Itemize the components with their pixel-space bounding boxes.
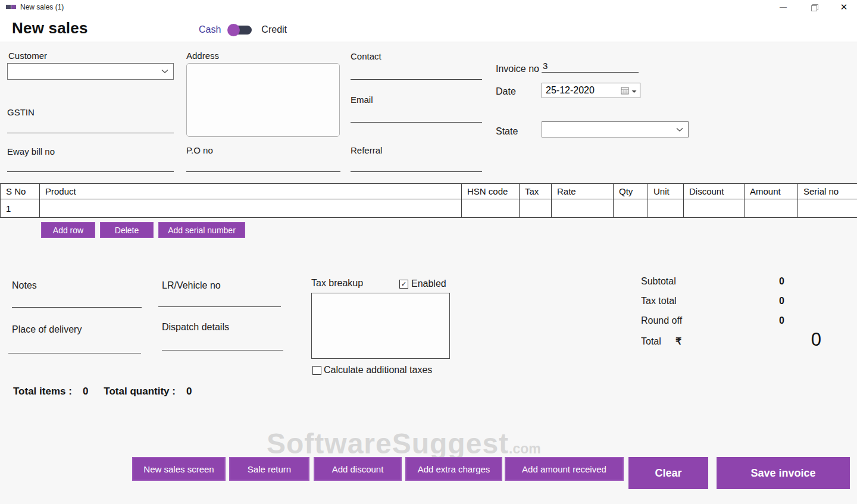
close-button[interactable]: ✕: [831, 0, 857, 14]
place-of-delivery-label: Place of delivery: [12, 324, 82, 335]
lr-vehicle-label: LR/Vehicle no: [162, 280, 221, 291]
date-picker[interactable]: 25-12-2020: [542, 83, 640, 98]
table-header-row: S No Product HSN code Tax Rate Qty Unit …: [1, 184, 857, 199]
place-of-delivery-input[interactable]: [8, 340, 141, 353]
referral-label: Referral: [351, 145, 382, 155]
calculate-additional-taxes-label: Calculate additional taxes: [324, 365, 432, 375]
add-extra-charges-button[interactable]: Add extra charges: [405, 457, 502, 481]
delete-button[interactable]: Delete: [100, 222, 154, 238]
restore-icon: [811, 4, 817, 10]
col-header-qty: Qty: [614, 184, 648, 199]
cell-product[interactable]: [40, 199, 462, 218]
date-value: 25-12-2020: [546, 85, 595, 96]
col-header-hsn: HSN code: [462, 184, 520, 199]
rupee-icon: ₹: [675, 336, 681, 347]
restore-button[interactable]: [801, 0, 827, 14]
po-no-label: P.O no: [186, 145, 213, 155]
customer-select[interactable]: [7, 63, 174, 80]
sale-return-button[interactable]: Sale return: [229, 457, 309, 481]
address-textarea[interactable]: [186, 63, 340, 137]
cell-unit[interactable]: [648, 199, 684, 218]
total-items-value: 0: [83, 386, 88, 397]
col-header-amount: Amount: [745, 184, 798, 199]
add-serial-number-button[interactable]: Add serial number: [158, 222, 245, 238]
add-amount-received-button[interactable]: Add amount received: [505, 457, 624, 481]
lr-vehicle-input[interactable]: [158, 294, 281, 307]
table-row: 1: [1, 199, 857, 218]
date-label: Date: [496, 86, 516, 97]
enabled-checkbox[interactable]: ✓: [399, 280, 408, 289]
cell-tax[interactable]: [520, 199, 552, 218]
address-label: Address: [186, 51, 219, 61]
notes-input[interactable]: [12, 295, 142, 308]
cell-hsn[interactable]: [462, 199, 520, 218]
contact-input[interactable]: [351, 67, 482, 80]
customer-label: Customer: [8, 51, 47, 61]
calculate-additional-taxes-checkbox[interactable]: [312, 366, 321, 375]
new-sales-window: New sales (1) — ✕ New sales Cash Credit …: [0, 0, 857, 504]
invoice-no-input[interactable]: [542, 60, 639, 73]
col-header-rate: Rate: [552, 184, 614, 199]
total-value: 0: [787, 329, 821, 350]
col-header-discount: Discount: [684, 184, 745, 199]
chevron-down-icon: [161, 69, 168, 74]
col-header-tax: Tax: [520, 184, 552, 199]
clear-button[interactable]: Clear: [628, 457, 708, 489]
header: New sales Cash Credit: [0, 14, 857, 42]
items-table: S No Product HSN code Tax Rate Qty Unit …: [0, 183, 857, 218]
new-sales-screen-button[interactable]: New sales screen: [132, 457, 226, 481]
gstin-input[interactable]: [7, 120, 174, 133]
email-input[interactable]: [351, 109, 482, 123]
total-quantity-value: 0: [186, 386, 192, 397]
col-header-sno: S No: [1, 184, 40, 199]
cash-credit-toggle[interactable]: [229, 26, 252, 35]
cash-label: Cash: [199, 24, 221, 35]
state-label: State: [496, 126, 518, 137]
round-off-value: 0: [758, 315, 784, 326]
add-discount-button[interactable]: Add discount: [314, 457, 402, 481]
eway-bill-input[interactable]: [7, 159, 174, 172]
calendar-icon: [621, 87, 629, 95]
tax-breakup-label: Tax breakup: [311, 278, 363, 289]
tax-total-value: 0: [758, 296, 784, 306]
subtotal-value: 0: [758, 276, 784, 287]
chevron-down-icon: [631, 85, 637, 96]
watermark-suffix: .com: [509, 441, 541, 456]
cell-qty[interactable]: [614, 199, 648, 218]
col-header-serial: Serial no: [798, 184, 857, 199]
col-header-unit: Unit: [648, 184, 684, 199]
toggle-knob-icon: [227, 24, 240, 36]
add-row-button[interactable]: Add row: [41, 222, 95, 238]
referral-input[interactable]: [351, 159, 482, 172]
window-title: New sales (1): [20, 3, 64, 11]
watermark-text: SoftwareSuggest: [267, 428, 509, 459]
state-select[interactable]: [542, 121, 689, 137]
cell-serial[interactable]: [798, 199, 857, 218]
total-quantity-label: Total quantity :: [104, 386, 176, 397]
watermark: SoftwareSuggest.com: [267, 427, 541, 460]
app-icon: [6, 5, 17, 10]
cell-amount[interactable]: [745, 199, 798, 218]
summary-row: Total items : 0 Total quantity : 0: [13, 386, 192, 397]
notes-label: Notes: [12, 280, 37, 291]
po-no-input[interactable]: [186, 159, 340, 172]
cell-rate[interactable]: [552, 199, 614, 218]
round-off-label: Round off: [641, 315, 682, 326]
gstin-label: GSTIN: [7, 107, 35, 117]
enabled-label: Enabled: [411, 278, 446, 289]
cell-discount[interactable]: [684, 199, 745, 218]
minimize-button[interactable]: —: [770, 0, 796, 14]
tax-total-label: Tax total: [641, 296, 677, 306]
dispatch-details-input[interactable]: [162, 337, 283, 350]
page-title: New sales: [12, 19, 88, 37]
save-invoice-button[interactable]: Save invoice: [717, 457, 850, 489]
eway-bill-label: Eway bill no: [7, 146, 55, 156]
cell-sno[interactable]: 1: [1, 199, 40, 218]
email-label: Email: [351, 95, 373, 105]
dispatch-details-label: Dispatch details: [162, 322, 229, 333]
payment-toggle: Cash Credit: [199, 23, 287, 36]
total-items-label: Total items :: [13, 386, 72, 397]
tax-breakup-box: [311, 293, 450, 359]
credit-label: Credit: [261, 24, 287, 35]
chevron-down-icon: [676, 127, 683, 132]
